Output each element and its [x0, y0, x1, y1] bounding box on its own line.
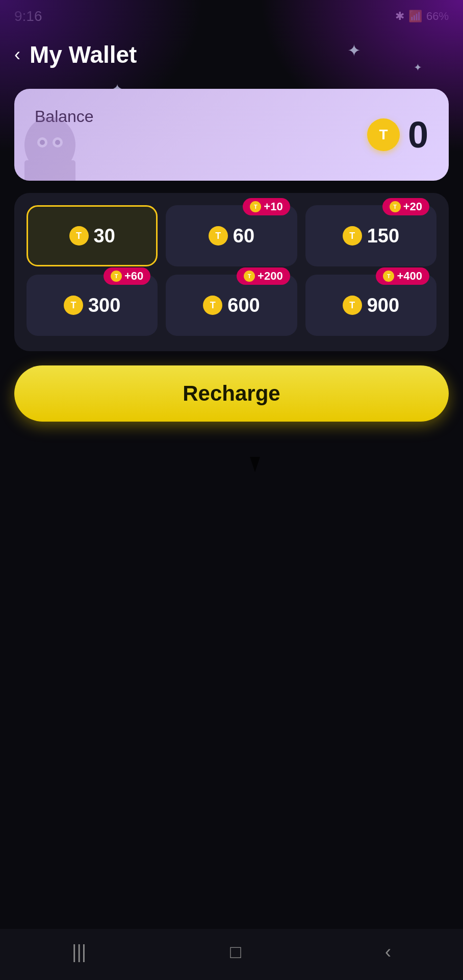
bonus-badge-300: T +60	[104, 267, 150, 285]
bonus-badge-150: T +20	[382, 198, 429, 215]
cursor	[250, 457, 264, 475]
bonus-badge-600: T +200	[237, 267, 290, 285]
bonus-coin-icon-900: T	[383, 271, 394, 282]
bonus-badge-900: T +400	[376, 267, 429, 285]
package-amount-150: 150	[367, 225, 399, 247]
balance-number: 0	[408, 114, 428, 156]
nav-menu-button[interactable]: |||	[72, 941, 86, 963]
svg-point-4	[40, 140, 45, 145]
package-item-60[interactable]: T +10 T 60	[166, 205, 297, 266]
battery-status: 66%	[426, 10, 449, 23]
bonus-coin-icon-600: T	[244, 271, 255, 282]
balance-amount: T 0	[367, 114, 428, 156]
coin-icon-30: T	[69, 226, 89, 246]
package-item-30[interactable]: T 30	[27, 205, 158, 266]
package-item-150[interactable]: T +20 T 150	[305, 205, 436, 266]
page-title: My Wallet	[30, 41, 137, 68]
package-amount-900: 900	[367, 295, 399, 316]
status-time: 9:16	[14, 8, 42, 24]
nav-back-button[interactable]: ‹	[385, 941, 391, 963]
signal-icon: 📶	[408, 10, 422, 23]
bonus-badge-60: T +10	[243, 198, 290, 215]
package-amount-30: 30	[94, 225, 115, 247]
header: ‹ My Wallet	[0, 31, 463, 74]
bonus-coin-icon-60: T	[250, 201, 261, 212]
package-amount-600: 600	[227, 295, 260, 316]
packages-container: T 30 T +10 T 60 T +20 T 150	[14, 193, 449, 351]
coin-icon-300: T	[64, 296, 83, 315]
balance-card: Balance T 0	[14, 89, 449, 181]
recharge-button[interactable]: Recharge	[14, 365, 449, 422]
svg-point-5	[55, 140, 60, 145]
coin-icon-600: T	[203, 296, 222, 315]
coin-icon-60: T	[209, 226, 228, 246]
package-item-600[interactable]: T +200 T 600	[166, 275, 297, 336]
nav-home-button[interactable]: □	[230, 941, 241, 963]
bonus-coin-icon-150: T	[390, 201, 401, 212]
coin-icon-150: T	[343, 226, 362, 246]
ghost-figure	[14, 109, 91, 181]
package-item-300[interactable]: T +60 T 300	[27, 275, 158, 336]
bottom-nav: ||| □ ‹	[0, 929, 463, 980]
bluetooth-icon: ✱	[395, 10, 404, 23]
package-amount-300: 300	[88, 295, 120, 316]
status-icons: ✱ 📶 66%	[395, 10, 449, 23]
package-item-900[interactable]: T +400 T 900	[305, 275, 436, 336]
back-button[interactable]: ‹	[14, 45, 20, 64]
packages-grid: T 30 T +10 T 60 T +20 T 150	[27, 205, 436, 336]
coin-icon-large: T	[367, 118, 400, 151]
status-bar: 9:16 ✱ 📶 66%	[0, 0, 463, 31]
coin-icon-900: T	[343, 296, 362, 315]
package-amount-60: 60	[233, 225, 254, 247]
bonus-coin-icon-300: T	[111, 271, 122, 282]
